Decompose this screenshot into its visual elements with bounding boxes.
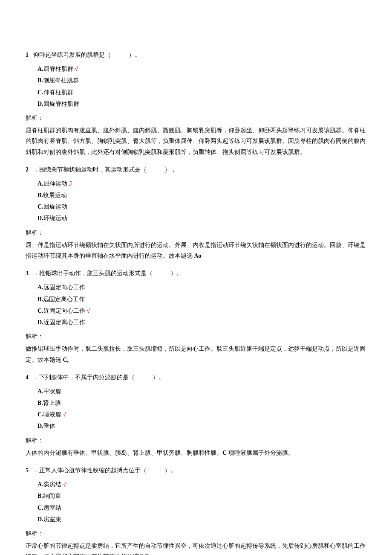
option-letter: A. xyxy=(37,388,43,395)
option-text: 环绕运动 xyxy=(43,215,67,221)
analysis-text: 屈脊柱肌群的肌肉有腹直肌、腹外斜肌、腹内斜肌、髂腰肌、胸锁乳突肌等，仰卧起坐、仰… xyxy=(26,125,366,157)
option-text: 甲状腺 xyxy=(43,388,61,395)
question-text-after: ）。 xyxy=(164,467,176,474)
option-list: A.窦房结 √B.结间束C.房室结D.房室束 xyxy=(37,479,366,525)
blank-gap xyxy=(153,270,170,276)
option-letter: B. xyxy=(37,400,43,406)
option-item: C.房室结 xyxy=(37,503,366,513)
analysis-part: 人体的内分泌腺有垂体、甲状腺、胰岛、肾上腺、甲状旁腺、胸腺和性腺。 xyxy=(26,450,222,456)
option-letter: B. xyxy=(37,296,43,302)
analysis-label: 解析： xyxy=(26,435,366,446)
option-list: A.甲状腺B.肾上腺C.唾液腺 √D.垂体 xyxy=(37,386,366,432)
question-text-after: ）。 xyxy=(129,52,141,58)
option-letter: A. xyxy=(37,180,43,187)
option-letter: B. xyxy=(37,192,43,198)
analysis-text: 正常心脏的节律起搏点是卖房结，它所产生的自动节律性兴奋，可依次通过心脏的起搏传导… xyxy=(26,540,366,555)
option-letter: C. xyxy=(37,411,43,418)
analysis-label: 解析： xyxy=(26,528,366,539)
option-item: B.肾上腺 xyxy=(37,398,366,408)
option-item: C.近固定向心工作 √ xyxy=(37,305,366,316)
option-item: C.伸脊柱肌群 xyxy=(37,87,366,98)
option-text: 房室结 xyxy=(43,505,61,511)
option-text: 回旋脊柱肌群 xyxy=(43,101,79,107)
option-item: A.窦房结 √ xyxy=(37,479,366,490)
option-item: C.回旋运动 xyxy=(37,201,366,212)
option-list: A.屈脊柱肌群 √B.侧屈脊柱肌群C.伸脊柱肌群D.回旋脊柱肌群 xyxy=(37,64,366,109)
option-text: 结间束 xyxy=(43,493,61,499)
question-text: ．推铅球出手动作，肱三头肌的运动形式是（ xyxy=(32,270,153,276)
question-text: ．正常人体心脏节律性收缩的起搏点位于（ xyxy=(32,467,147,474)
option-text: 房室束 xyxy=(43,516,61,523)
option-text: 远固定离心工作 xyxy=(43,296,85,302)
question-text-after: ）， xyxy=(164,166,176,173)
option-letter: C. xyxy=(37,89,43,96)
analysis-part: 项唾液腺属于外分泌腺。 xyxy=(227,450,294,456)
option-text: 垂体 xyxy=(43,423,55,429)
analysis-part: Ao xyxy=(193,253,202,259)
option-text: 侧屈脊柱肌群 xyxy=(43,77,79,84)
correct-mark-icon: √ xyxy=(61,481,66,488)
option-text: 唾液腺 xyxy=(43,411,61,418)
question-number: 3 xyxy=(26,268,32,279)
option-text: 收展运动 xyxy=(43,192,67,198)
blank-gap xyxy=(135,374,153,381)
question-stem: 2 ．围绕关节额状轴运动时，其运动形式是（ ）， xyxy=(26,164,366,175)
question-number: 4 xyxy=(26,372,32,383)
question-text: 仰卧起坐练习发展的肌群是（ xyxy=(32,52,111,58)
correct-mark-icon: √ xyxy=(73,65,78,72)
option-letter: C. xyxy=(37,308,43,314)
correct-mark-icon: J xyxy=(67,180,72,187)
option-letter: D. xyxy=(37,516,43,523)
option-letter: D. xyxy=(37,423,43,429)
option-text: 屈脊柱肌群 xyxy=(43,66,73,72)
option-item: A.屈脊柱肌群 √ xyxy=(37,64,366,74)
option-letter: C. xyxy=(37,203,43,210)
option-letter: D. xyxy=(37,101,43,107)
option-item: D.垂体 xyxy=(37,421,366,431)
option-text: 屈伸运动 xyxy=(43,180,67,187)
analysis-part: C xyxy=(222,450,227,456)
analysis-text: 人体的内分泌腺有垂体、甲状腺、胰岛、肾上腺、甲状旁腺、胸腺和性腺。C 项唾液腺属… xyxy=(26,447,366,458)
option-text: 近固定离心工作 xyxy=(43,319,85,325)
correct-mark-icon: √ xyxy=(85,307,90,314)
option-item: B.侧屈脊柱肌群 xyxy=(37,75,366,86)
question-stem: 1 仰卧起坐练习发展的肌群是（ ）。 xyxy=(26,49,366,60)
question-text: ．围绕关节额状轴运动时，其运动形式是（ xyxy=(32,166,147,173)
option-text: 近固定向心工作 xyxy=(43,308,85,314)
question-stem: 5 ．正常人体心脏节律性收缩的起搏点位于（ ）。 xyxy=(26,465,366,476)
blank-gap xyxy=(147,467,164,474)
option-text: 远固定向心工作 xyxy=(43,284,85,291)
question-number: 2 xyxy=(26,164,32,175)
option-item: B.收展运动 xyxy=(37,190,366,200)
option-letter: D. xyxy=(37,319,43,325)
analysis-label: 解析： xyxy=(26,331,366,342)
question-text-after: ）。 xyxy=(153,374,164,381)
analysis-label: 解析： xyxy=(26,227,366,238)
option-letter: A. xyxy=(37,66,43,72)
option-letter: C. xyxy=(37,505,43,511)
option-item: A.甲状腺 xyxy=(37,386,366,397)
option-text: 窦房结 xyxy=(43,481,61,488)
option-item: B.远固定离心工作 xyxy=(37,294,366,305)
option-item: C.唾液腺 √ xyxy=(37,409,366,420)
question-number: 5 xyxy=(26,465,32,476)
question-text-after: ）。 xyxy=(170,270,182,276)
option-letter: B. xyxy=(37,77,43,84)
option-text: 肾上腺 xyxy=(43,400,61,406)
option-text: 回旋运动 xyxy=(43,203,67,210)
option-item: D.房室束 xyxy=(37,514,366,525)
question-number: 1 xyxy=(26,49,32,60)
blank-gap xyxy=(111,52,129,58)
option-list: A.远固定向心工作B.远固定离心工作C.近固定向心工作 √D.近固定离心工作 xyxy=(37,282,366,328)
blank-gap xyxy=(147,166,164,173)
option-letter: D. xyxy=(37,215,43,221)
option-item: A.屈伸运动 J xyxy=(37,178,366,189)
analysis-text: 做推铅球出手动作时，肱二头肌拉长，肱三头肌缩短，所以是向心工作。肱三头肌近躯干端… xyxy=(26,343,366,365)
option-item: D.回旋脊柱肌群 xyxy=(37,99,366,109)
option-item: D.环绕运动 xyxy=(37,213,366,224)
question-stem: 3 ．推铅球出手动作，肱三头肌的运动形式是（ ）。 xyxy=(26,268,366,279)
option-item: B.结间束 xyxy=(37,491,366,501)
option-list: A.屈伸运动 JB.收展运动C.回旋运动D.环绕运动 xyxy=(37,178,366,224)
question-stem: 4 ．下列腺体中，不属于内分泌腺的是（ ）。 xyxy=(26,372,366,383)
analysis-text: 屈、伸是指运动环节绕额状轴在矢状面内所进行的运动。外展、内收是指运动环节绕矢状轴… xyxy=(26,240,366,261)
